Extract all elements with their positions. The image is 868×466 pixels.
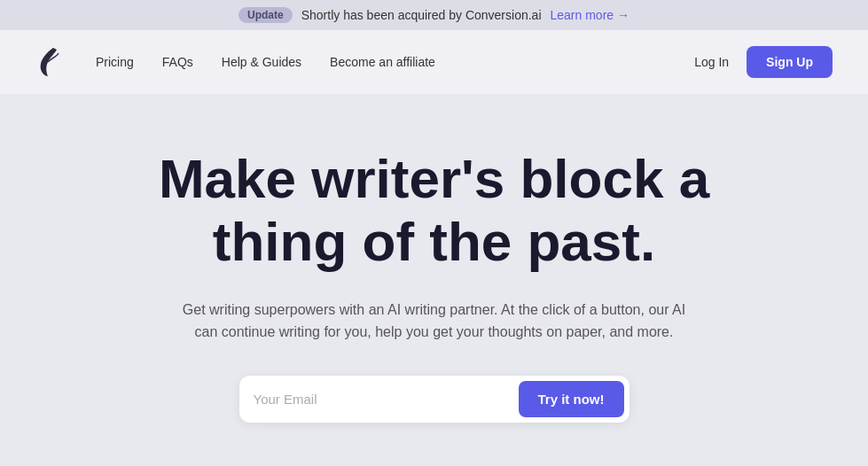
nav-link-help[interactable]: Help & Guides <box>222 55 301 69</box>
login-button[interactable]: Log In <box>694 55 729 69</box>
logo-icon <box>35 46 60 78</box>
hero-title: Make writer's block a thing of the past. <box>124 147 745 274</box>
email-form: Try it now! <box>239 376 629 423</box>
announcement-bar: Update Shortly has been acquired by Conv… <box>0 0 868 30</box>
try-now-button[interactable]: Try it now! <box>519 381 624 417</box>
announcement-text: Shortly has been acquired by Conversion.… <box>301 8 542 22</box>
email-input[interactable] <box>254 392 519 407</box>
learn-more-link[interactable]: Learn more → <box>551 8 629 22</box>
nav-left: Pricing FAQs Help & Guides Become an aff… <box>35 46 435 78</box>
navbar: Pricing FAQs Help & Guides Become an aff… <box>0 30 868 94</box>
nav-links: Pricing FAQs Help & Guides Become an aff… <box>96 55 435 69</box>
signup-button[interactable]: Sign Up <box>747 46 833 78</box>
announcement-badge: Update <box>239 7 293 23</box>
nav-right: Log In Sign Up <box>694 46 833 78</box>
hero-section: Make writer's block a thing of the past.… <box>0 94 868 466</box>
hero-subtitle: Get writing superpowers with an AI writi… <box>177 299 692 344</box>
logo[interactable] <box>35 46 60 78</box>
nav-link-faqs[interactable]: FAQs <box>162 55 193 69</box>
nav-link-affiliate[interactable]: Become an affiliate <box>330 55 435 69</box>
nav-link-pricing[interactable]: Pricing <box>96 55 134 69</box>
